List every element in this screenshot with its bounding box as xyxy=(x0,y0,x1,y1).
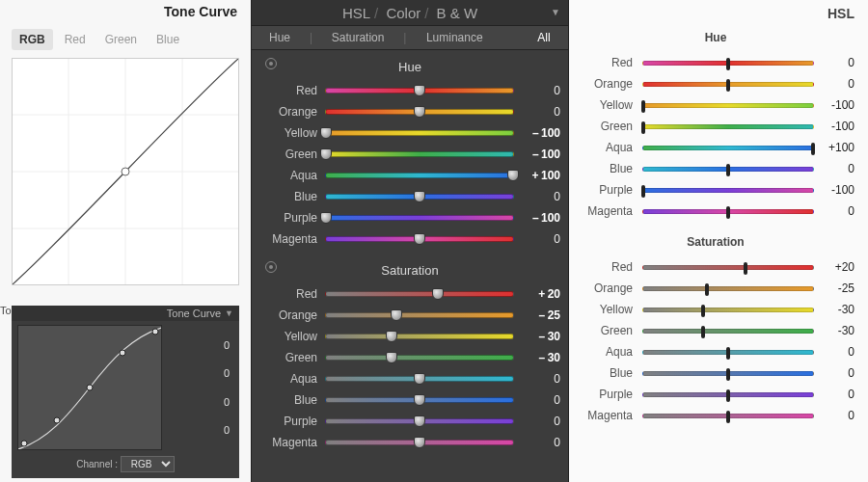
slider-track[interactable] xyxy=(642,82,814,87)
slider-track[interactable] xyxy=(642,286,814,291)
slider-thumb[interactable] xyxy=(414,106,425,118)
slider-thumb[interactable] xyxy=(726,389,730,402)
slider-thumb[interactable] xyxy=(320,148,332,160)
subtab-all[interactable]: All xyxy=(520,26,568,49)
slider-track[interactable] xyxy=(325,334,514,339)
subtab-hue[interactable]: Hue xyxy=(252,26,308,49)
slider-track[interactable] xyxy=(325,440,514,445)
targeted-adjustment-icon[interactable] xyxy=(265,261,277,273)
slider-track[interactable] xyxy=(325,130,514,136)
slider-track[interactable] xyxy=(325,376,514,382)
slider-track[interactable] xyxy=(642,103,814,108)
slider-track[interactable] xyxy=(642,329,814,334)
slider-track[interactable] xyxy=(325,355,514,361)
slider-thumb[interactable] xyxy=(507,170,519,181)
slider-value[interactable]: 0 xyxy=(814,204,854,218)
slider-thumb[interactable] xyxy=(386,352,397,363)
slider-value[interactable]: 0 xyxy=(514,372,560,386)
slider-track[interactable] xyxy=(642,265,814,270)
slider-thumb[interactable] xyxy=(726,79,730,92)
slider-thumb[interactable] xyxy=(641,185,645,198)
slider-value[interactable]: + 20 xyxy=(514,287,560,301)
slider-thumb[interactable] xyxy=(414,191,425,202)
slider-track[interactable] xyxy=(642,371,814,376)
slider-track[interactable] xyxy=(325,397,514,403)
slider-track[interactable] xyxy=(325,215,514,221)
slider-value[interactable]: 0 xyxy=(814,366,854,380)
slider-value[interactable]: 0 xyxy=(514,84,560,97)
slider-value[interactable]: 0 xyxy=(514,436,560,449)
slider-track[interactable] xyxy=(325,291,514,297)
slider-value[interactable]: – 30 xyxy=(514,351,560,364)
slider-thumb[interactable] xyxy=(726,58,730,70)
slider-track[interactable] xyxy=(642,124,814,129)
slider-track[interactable] xyxy=(642,146,814,150)
slider-track[interactable] xyxy=(642,188,814,193)
slider-thumb[interactable] xyxy=(414,437,425,448)
slider-value[interactable]: – 25 xyxy=(514,308,560,322)
slider-thumb[interactable] xyxy=(641,121,645,134)
tone-curve-graph[interactable] xyxy=(12,58,239,285)
slider-value[interactable]: +20 xyxy=(814,260,854,274)
slider-track[interactable] xyxy=(642,414,814,418)
slider-track[interactable] xyxy=(325,109,514,115)
slider-thumb[interactable] xyxy=(701,305,705,317)
slider-track[interactable] xyxy=(325,194,514,200)
slider-track[interactable] xyxy=(642,392,814,397)
subtab-luminance[interactable]: Luminance xyxy=(408,26,501,49)
slider-track[interactable] xyxy=(642,308,814,312)
tone-curve-graph-dark[interactable] xyxy=(17,325,162,450)
subtab-saturation[interactable]: Saturation xyxy=(314,26,401,49)
chevron-down-icon[interactable]: ▼ xyxy=(551,7,560,17)
slider-track[interactable] xyxy=(325,88,514,94)
slider-value[interactable]: 0 xyxy=(514,393,560,407)
slider-track[interactable] xyxy=(642,350,814,355)
slider-value[interactable]: 0 xyxy=(814,162,854,175)
slider-value[interactable]: -100 xyxy=(814,98,854,112)
slider-value[interactable]: -100 xyxy=(814,183,854,197)
slider-value[interactable]: -100 xyxy=(814,120,854,133)
slider-track[interactable] xyxy=(325,418,514,424)
slider-track[interactable] xyxy=(325,173,514,178)
targeted-adjustment-icon[interactable] xyxy=(265,58,277,69)
slider-thumb[interactable] xyxy=(811,143,815,155)
mode-hsl[interactable]: HSL xyxy=(342,5,370,21)
slider-thumb[interactable] xyxy=(414,394,425,406)
slider-thumb[interactable] xyxy=(414,233,425,245)
slider-value[interactable]: 0 xyxy=(814,77,854,91)
slider-value[interactable]: 0 xyxy=(814,409,854,422)
slider-value[interactable]: -30 xyxy=(814,324,854,337)
slider-thumb[interactable] xyxy=(432,288,444,300)
slider-thumb[interactable] xyxy=(726,347,730,360)
slider-value[interactable]: + 100 xyxy=(514,169,560,182)
slider-thumb[interactable] xyxy=(320,212,332,224)
slider-value[interactable]: – 100 xyxy=(514,147,560,161)
slider-value[interactable]: 0 xyxy=(814,345,854,359)
slider-thumb[interactable] xyxy=(744,262,747,275)
slider-thumb[interactable] xyxy=(414,415,425,427)
slider-value[interactable]: 0 xyxy=(514,415,560,428)
slider-thumb[interactable] xyxy=(726,206,730,219)
slider-thumb[interactable] xyxy=(705,283,709,296)
slider-thumb[interactable] xyxy=(386,331,397,342)
slider-value[interactable]: 0 xyxy=(814,388,854,401)
chevron-down-icon[interactable]: ▼ xyxy=(225,308,233,318)
slider-thumb[interactable] xyxy=(320,127,332,139)
slider-thumb[interactable] xyxy=(391,309,402,321)
slider-track[interactable] xyxy=(642,61,814,66)
slider-thumb[interactable] xyxy=(726,411,730,423)
slider-value[interactable]: +100 xyxy=(814,141,854,154)
tab-rgb[interactable]: RGB xyxy=(12,29,53,50)
slider-thumb[interactable] xyxy=(414,85,425,96)
mode-color[interactable]: Color xyxy=(386,5,420,21)
tab-green[interactable]: Green xyxy=(97,29,145,50)
slider-value[interactable]: – 100 xyxy=(514,126,560,140)
slider-value[interactable]: 0 xyxy=(514,190,560,203)
slider-value[interactable]: 0 xyxy=(514,232,560,246)
slider-track[interactable] xyxy=(325,312,514,318)
tab-red[interactable]: Red xyxy=(57,29,94,50)
slider-value[interactable]: 0 xyxy=(814,56,854,69)
slider-value[interactable]: -25 xyxy=(814,281,854,295)
slider-track[interactable] xyxy=(642,209,814,214)
slider-value[interactable]: – 100 xyxy=(514,211,560,225)
